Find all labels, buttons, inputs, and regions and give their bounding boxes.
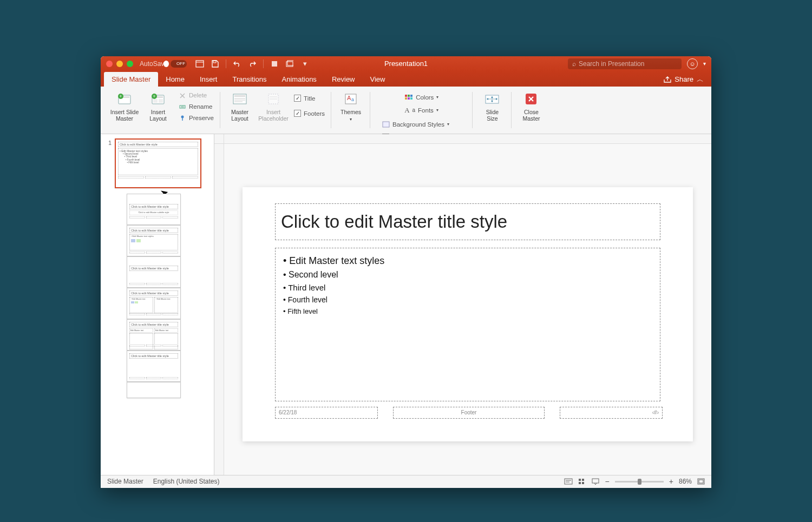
title-bar: AutoSave OFF ▾ Presentation1 ⌕ Search in…	[101, 56, 711, 71]
document-title: Presentation1	[384, 60, 428, 68]
status-bar: Slide Master English (United States) − +…	[101, 475, 711, 488]
delete-button[interactable]: Delete	[176, 90, 216, 101]
ruler-corner	[214, 134, 224, 144]
autosave-toggle[interactable]: AutoSave OFF	[140, 60, 187, 68]
tab-home[interactable]: Home	[158, 72, 192, 87]
tab-view[interactable]: View	[363, 72, 393, 87]
preserve-button[interactable]: Preserve	[176, 113, 216, 123]
vertical-ruler[interactable]	[214, 144, 224, 475]
qat-button-2[interactable]	[283, 58, 296, 69]
work-area: 1 Click to edit Master title style • Edi…	[101, 134, 711, 475]
status-view[interactable]: Slide Master	[107, 478, 143, 485]
slide[interactable]: Click to edit Master title style Edit Ma…	[243, 187, 693, 441]
master-thumbnail[interactable]: Click to edit Master title style • Edit …	[115, 138, 201, 188]
content-placeholder[interactable]: Edit Master text styles Second level Thi…	[275, 248, 660, 401]
tab-transitions[interactable]: Transitions	[225, 72, 274, 87]
tab-review[interactable]: Review	[324, 72, 363, 87]
svg-rect-44	[579, 482, 581, 484]
tab-insert[interactable]: Insert	[192, 72, 225, 87]
layout-thumbnail-4[interactable]: Click to edit Master title style• Edit M…	[127, 288, 181, 319]
home-file-button[interactable]	[193, 58, 206, 69]
zoom-slider[interactable]	[615, 481, 664, 483]
svg-rect-3	[272, 61, 277, 67]
text-level-4[interactable]: Fourth level	[283, 294, 652, 306]
tab-slide-master[interactable]: Slide Master	[104, 72, 158, 87]
insert-slide-master-button[interactable]: + Insert Slide Master	[109, 89, 140, 123]
svg-rect-46	[592, 479, 599, 483]
thumbnail-panel[interactable]: 1 Click to edit Master title style • Edi…	[101, 134, 214, 475]
slide-number-placeholder[interactable]: ‹#›	[560, 407, 663, 419]
svg-text:a: a	[351, 97, 354, 102]
zoom-in-button[interactable]: +	[669, 477, 673, 486]
svg-rect-13	[159, 99, 163, 103]
footers-checkbox[interactable]: ✓Footers	[292, 108, 327, 119]
notes-button[interactable]	[564, 478, 573, 485]
feedback-button[interactable]: ☺	[687, 58, 698, 69]
zoom-out-button[interactable]: −	[605, 477, 610, 486]
zoom-level[interactable]: 86%	[679, 478, 692, 485]
ribbon-tabs: Slide Master Home Insert Transitions Ani…	[101, 71, 711, 87]
fonts-dropdown[interactable]: Aa Fonts ▾	[402, 105, 441, 116]
svg-rect-45	[582, 482, 584, 484]
svg-rect-5	[287, 61, 293, 65]
insert-placeholder-button[interactable]: Insert Placeholder	[258, 89, 289, 122]
svg-rect-36	[383, 122, 389, 127]
svg-rect-34	[408, 97, 410, 100]
save-button[interactable]	[208, 58, 221, 69]
undo-button[interactable]	[231, 58, 244, 69]
search-icon: ⌕	[572, 60, 576, 68]
themes-button[interactable]: Aa Themes ▾	[336, 89, 366, 122]
titlebar-dropdown[interactable]: ▾	[703, 61, 706, 67]
close-master-button[interactable]: Close Master	[516, 89, 546, 122]
master-layout-button[interactable]: Master Layout	[225, 89, 255, 122]
svg-rect-32	[410, 95, 412, 97]
slideshow-view-button[interactable]	[591, 478, 600, 485]
slide-number: 1	[104, 138, 112, 188]
svg-text:+: +	[119, 94, 122, 99]
status-language[interactable]: English (United States)	[153, 478, 220, 485]
svg-text:+: +	[153, 94, 155, 99]
fit-to-window-button[interactable]	[697, 478, 705, 485]
close-window-button[interactable]	[106, 61, 113, 67]
horizontal-ruler[interactable]	[224, 134, 711, 144]
date-placeholder[interactable]: 6/22/18	[275, 407, 378, 419]
layout-thumbnail-2[interactable]: Click to edit Master title style• Edit M…	[127, 225, 181, 256]
collapse-ribbon-button[interactable]: ︿	[697, 75, 704, 84]
layout-thumbnail-3[interactable]: Click to edit Master title style	[127, 256, 181, 288]
text-level-3[interactable]: Third level	[283, 281, 652, 294]
layout-thumbnail-1[interactable]: Click to edit Master title styleClick to…	[127, 194, 181, 225]
svg-rect-30	[405, 95, 407, 97]
svg-text:ab: ab	[181, 105, 185, 108]
svg-rect-20	[234, 95, 245, 97]
layout-thumbnail-7[interactable]	[127, 382, 181, 398]
title-placeholder[interactable]: Click to edit Master title style	[275, 203, 660, 240]
background-styles-dropdown[interactable]: Background Styles ▾	[380, 119, 468, 130]
text-level-5[interactable]: Fifth level	[283, 306, 652, 317]
minimize-window-button[interactable]	[116, 61, 123, 67]
svg-point-18	[181, 115, 184, 118]
insert-layout-button[interactable]: + Insert Layout	[143, 89, 173, 123]
rename-button[interactable]: abRename	[176, 101, 216, 112]
text-level-2[interactable]: Second level	[283, 268, 652, 281]
search-input[interactable]: ⌕ Search in Presentation	[568, 58, 682, 69]
svg-rect-48	[699, 480, 703, 483]
share-button[interactable]: Share	[675, 75, 693, 83]
layout-thumbnail-6[interactable]: Click to edit Master title style	[127, 351, 181, 382]
quick-access-toolbar: ▾	[193, 58, 311, 69]
svg-text:A: A	[347, 95, 351, 101]
qat-dropdown[interactable]: ▾	[298, 58, 311, 69]
title-checkbox[interactable]: ✓Title	[292, 93, 327, 104]
svg-rect-0	[196, 61, 204, 67]
tab-animations[interactable]: Animations	[274, 72, 324, 87]
text-level-1[interactable]: Edit Master text styles	[283, 254, 652, 268]
colors-dropdown[interactable]: Colors ▾	[402, 92, 441, 103]
qat-button-1[interactable]	[268, 58, 281, 69]
redo-button[interactable]	[246, 58, 259, 69]
slide-canvas[interactable]: Click to edit Master title style Edit Ma…	[224, 144, 711, 475]
slide-size-button[interactable]: Slide Size	[477, 89, 507, 122]
layout-thumbnail-5[interactable]: Click to edit Master title styleEdit Mas…	[127, 319, 181, 351]
canvas-area: Click to edit Master title style Edit Ma…	[214, 134, 711, 475]
maximize-window-button[interactable]	[127, 61, 133, 67]
normal-view-button[interactable]	[578, 478, 586, 485]
footer-placeholder[interactable]: Footer	[393, 407, 545, 419]
